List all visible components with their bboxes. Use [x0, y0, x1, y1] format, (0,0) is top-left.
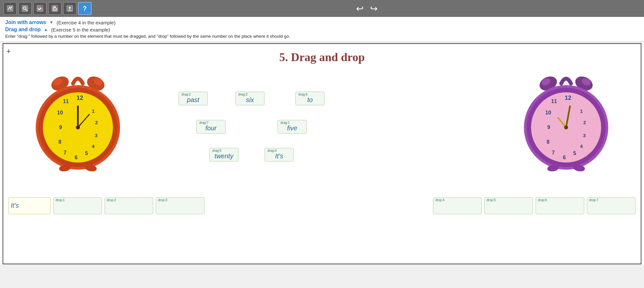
drop-row: It's drop:1 drop:2 drop:3 drop:4 drop:5 — [3, 194, 641, 217]
right-clock: 12 11 10 9 8 7 6 5 4 3 2 1 — [521, 67, 612, 171]
svg-text:11: 11 — [551, 98, 557, 104]
join-label[interactable]: Join with arrows — [5, 20, 46, 25]
svg-text:6: 6 — [75, 155, 78, 160]
drag-item-six[interactable]: drag:3 six — [235, 92, 265, 105]
drag-item-twenty[interactable]: drag:5 twenty — [209, 148, 239, 162]
drop-box-1[interactable]: drop:1 — [53, 197, 102, 214]
drag-item-to[interactable]: drag:6 to — [295, 92, 325, 105]
svg-point-36 — [76, 125, 80, 129]
help-icon: ? — [83, 5, 87, 12]
infobar: Join with arrows ▼ (Exercise 4 in the ex… — [0, 17, 644, 42]
svg-text:9: 9 — [547, 124, 550, 130]
main-area: + 5. Drag and drop — [0, 43, 644, 264]
toolbar-center: ↩ ↪ — [93, 3, 641, 14]
svg-text:1: 1 — [92, 108, 94, 114]
drag-up-arrow[interactable]: ▲ — [44, 27, 48, 32]
undo-button[interactable]: ↩ — [356, 3, 364, 14]
drag-row: Drag and drop ▲ (Exercise 5 in the examp… — [5, 27, 639, 33]
svg-rect-0 — [7, 6, 13, 11]
svg-text:8: 8 — [58, 139, 61, 145]
left-clock: 12 11 10 9 8 7 6 5 4 3 2 1 — [32, 67, 123, 171]
svg-point-1 — [11, 7, 12, 8]
svg-rect-8 — [54, 7, 56, 7]
upload-button[interactable] — [63, 2, 77, 15]
drag-area: 12 11 10 9 8 7 6 5 4 3 2 1 — [23, 67, 621, 191]
drag-description: Enter "drag:" followed by a number on th… — [5, 33, 639, 39]
exercise-box: + 5. Drag and drop — [3, 43, 641, 264]
drag-item-five[interactable]: drag:1 five — [278, 120, 307, 134]
svg-text:5: 5 — [573, 151, 576, 156]
drop-box-4[interactable]: drop:4 — [433, 197, 482, 214]
svg-text:5: 5 — [85, 151, 88, 156]
svg-text:12: 12 — [77, 95, 83, 101]
plus-icon[interactable]: + — [6, 47, 11, 56]
exercise-title: 5. Drag and drop — [3, 44, 641, 64]
svg-text:3: 3 — [95, 133, 97, 138]
check-button[interactable] — [33, 2, 47, 15]
svg-text:2: 2 — [583, 120, 586, 125]
drop-box-its[interactable]: It's — [8, 197, 51, 214]
svg-text:1: 1 — [580, 108, 583, 114]
join-dropdown-arrow[interactable]: ▼ — [49, 20, 53, 25]
svg-text:10: 10 — [57, 110, 63, 115]
join-exercise-text: (Exercise 4 in the example) — [56, 20, 116, 25]
drag-exercise-text: (Exercise 5 in the example) — [51, 27, 110, 33]
svg-text:4: 4 — [580, 143, 583, 149]
svg-text:6: 6 — [563, 155, 566, 160]
svg-point-60 — [564, 125, 568, 129]
svg-point-12 — [56, 6, 58, 8]
drag-item-past[interactable]: drag:2 past — [179, 92, 208, 105]
drag-desc-text: Enter "drag:" followed by a number on th… — [5, 34, 290, 39]
svg-text:7: 7 — [552, 150, 555, 155]
svg-text:7: 7 — [64, 150, 67, 155]
svg-text:12: 12 — [565, 95, 571, 101]
drop-box-2[interactable]: drop:2 — [105, 197, 153, 214]
drag-label[interactable]: Drag and drop — [5, 27, 41, 33]
redo-button[interactable]: ↪ — [370, 3, 378, 14]
delete-button[interactable] — [48, 2, 62, 15]
svg-text:4: 4 — [92, 143, 95, 149]
drop-box-3[interactable]: drop:3 — [156, 197, 204, 214]
join-row: Join with arrows ▼ (Exercise 4 in the ex… — [5, 20, 639, 25]
svg-text:10: 10 — [545, 110, 551, 115]
help-button[interactable]: ? — [78, 2, 92, 15]
drag-item-four[interactable]: drag:7 four — [196, 120, 226, 134]
svg-text:3: 3 — [583, 133, 586, 138]
svg-text:8: 8 — [547, 139, 550, 145]
drop-box-7[interactable]: drop:7 — [587, 197, 636, 214]
svg-point-6 — [41, 6, 43, 8]
drop-box-6[interactable]: drop:6 — [536, 197, 584, 214]
edit-button[interactable] — [3, 2, 17, 15]
toolbar: ? ↩ ↪ — [0, 0, 644, 17]
drop-box-5[interactable]: drop:5 — [484, 197, 533, 214]
search-button[interactable] — [18, 2, 32, 15]
svg-text:2: 2 — [95, 120, 98, 125]
svg-text:11: 11 — [63, 98, 69, 104]
svg-text:9: 9 — [59, 124, 62, 130]
drag-item-its[interactable]: drag:4 It's — [265, 148, 294, 162]
